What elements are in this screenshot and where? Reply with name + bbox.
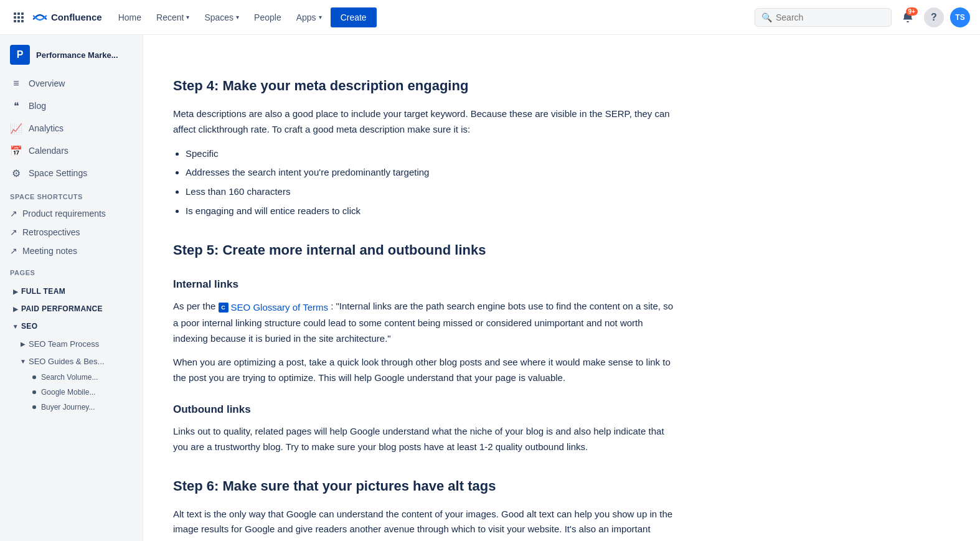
page-layout: P Performance Marke... ≡ Overview ❝ Blog…: [0, 35, 980, 541]
search-icon: 🔍: [761, 12, 772, 22]
svg-rect-2: [21, 12, 24, 15]
outbound-links-p: Links out to quality, related pages will…: [173, 424, 674, 455]
confluence-logo[interactable]: Confluence: [32, 10, 102, 25]
blog-icon: ❝: [10, 100, 22, 112]
page-body: Step 4: Make your meta description engag…: [173, 75, 674, 541]
space-icon: P: [10, 45, 30, 65]
notifications-button[interactable]: 9+: [898, 7, 918, 27]
tree-item-seo-team-process[interactable]: ▶ SEO Team Process: [0, 335, 143, 352]
chevron-right-icon: ▶: [10, 303, 21, 314]
chevron-right-icon: ▶: [17, 338, 29, 349]
settings-icon: ⚙: [10, 167, 22, 179]
sidebar-item-space-settings[interactable]: ⚙ Space Settings: [0, 162, 143, 184]
list-item: Specific: [186, 146, 674, 162]
space-name: Performance Marke...: [36, 50, 118, 60]
tree-item-search-volume[interactable]: Search Volume...: [0, 370, 143, 385]
nav-people[interactable]: People: [248, 9, 288, 26]
logo-text: Confluence: [51, 12, 102, 22]
tree-item-full-team[interactable]: ▶ FULL TEAM: [0, 283, 143, 300]
pages-section-label: PAGES: [0, 260, 143, 280]
tree-item-seo[interactable]: ▼ SEO: [0, 318, 143, 335]
calendar-icon: 📅: [10, 144, 22, 157]
svg-rect-3: [14, 16, 16, 19]
chevron-down-icon: ▾: [236, 14, 239, 21]
external-link-icon: ↗: [10, 246, 17, 256]
sidebar: P Performance Marke... ≡ Overview ❝ Blog…: [0, 35, 143, 541]
nav-apps[interactable]: Apps ▾: [290, 9, 328, 26]
section-heading-step6: Step 6: Make sure that your pictures hav…: [173, 475, 674, 497]
svg-rect-1: [17, 12, 20, 15]
top-navigation: Confluence Home Recent ▾ Spaces ▾ People…: [0, 0, 980, 35]
overview-icon: ≡: [10, 77, 22, 90]
external-link-icon: ↗: [10, 227, 17, 237]
search-box[interactable]: 🔍: [755, 8, 892, 27]
shortcut-retrospectives[interactable]: ↗ Retrospectives: [0, 223, 143, 242]
nav-spaces[interactable]: Spaces ▾: [198, 9, 245, 26]
notification-badge: 9+: [906, 7, 918, 16]
step4-intro: Meta descriptions are also a good place …: [173, 106, 674, 138]
avatar[interactable]: TS: [950, 7, 970, 27]
chevron-down-icon: ▼: [17, 355, 29, 367]
sidebar-item-analytics[interactable]: 📈 Analytics: [0, 117, 143, 139]
svg-rect-4: [17, 16, 20, 19]
create-button[interactable]: Create: [331, 7, 377, 27]
bullet-icon: [32, 390, 36, 394]
step6-p: Alt text is the only way that Google can…: [173, 507, 674, 541]
seo-glossary-link[interactable]: C SEO Glossary of Terms: [219, 300, 328, 316]
chevron-down-icon: ▼: [10, 321, 21, 332]
internal-links-p2: When you are optimizing a post, take a q…: [173, 355, 674, 386]
internal-links-prefix: As per the: [173, 301, 219, 311]
chevron-down-icon: ▾: [319, 14, 322, 21]
section-heading-step4: Step 4: Make your meta description engag…: [173, 75, 674, 96]
tree-item-buyer-journey[interactable]: Buyer Journey...: [0, 400, 143, 415]
svg-rect-6: [14, 20, 16, 22]
pages-tree: ▶ FULL TEAM ▶ PAID PERFORMANCE ▼ SEO ▶ S…: [0, 280, 143, 415]
nav-home[interactable]: Home: [112, 9, 148, 26]
nav-recent[interactable]: Recent ▾: [150, 9, 196, 26]
subsection-outbound-links: Outbound links: [173, 401, 674, 418]
section-heading-step5: Step 5: Create more internal and outboun…: [173, 239, 674, 261]
tree-item-paid-performance[interactable]: ▶ PAID PERFORMANCE: [0, 300, 143, 318]
search-input[interactable]: [776, 12, 885, 22]
svg-rect-0: [14, 12, 16, 15]
list-item: Addresses the search intent you're predo…: [186, 165, 674, 181]
tree-item-google-mobile[interactable]: Google Mobile...: [0, 385, 143, 400]
svg-rect-7: [17, 20, 20, 22]
nav-links: Home Recent ▾ Spaces ▾ People Apps ▾ Cre…: [112, 7, 750, 27]
internal-links-p: As per the C SEO Glossary of Terms : "In…: [173, 299, 674, 346]
sidebar-item-overview[interactable]: ≡ Overview: [0, 72, 143, 95]
shortcuts-section-label: SPACE SHORTCUTS: [0, 184, 143, 204]
sidebar-space-header[interactable]: P Performance Marke...: [0, 35, 143, 72]
confluence-page-icon: C: [219, 303, 229, 313]
bullet-icon: [32, 375, 36, 379]
help-button[interactable]: ?: [924, 7, 944, 27]
bullet-icon: [32, 405, 36, 409]
list-item: Is engaging and will entice readers to c…: [186, 204, 674, 219]
nav-right-area: 🔍 9+ ? TS: [755, 7, 970, 27]
step4-list: Specific Addresses the search intent you…: [186, 146, 674, 219]
main-content: Step 4: Make your meta description engag…: [143, 35, 704, 541]
chevron-right-icon: ▶: [10, 286, 21, 297]
tree-item-seo-guides[interactable]: ▼ SEO Guides & Bes...: [0, 352, 143, 370]
svg-rect-8: [21, 20, 24, 22]
sidebar-item-calendars[interactable]: 📅 Calendars: [0, 139, 143, 162]
grid-icon[interactable]: [10, 9, 27, 26]
list-item: Less than 160 characters: [186, 184, 674, 200]
shortcut-meeting-notes[interactable]: ↗ Meeting notes: [0, 242, 143, 260]
external-link-icon: ↗: [10, 209, 17, 219]
sidebar-item-blog[interactable]: ❝ Blog: [0, 95, 143, 117]
chevron-down-icon: ▾: [186, 14, 189, 21]
shortcut-product-requirements[interactable]: ↗ Product requirements: [0, 204, 143, 223]
subsection-internal-links: Internal links: [173, 276, 674, 293]
analytics-icon: 📈: [10, 122, 22, 134]
svg-rect-5: [21, 16, 24, 19]
